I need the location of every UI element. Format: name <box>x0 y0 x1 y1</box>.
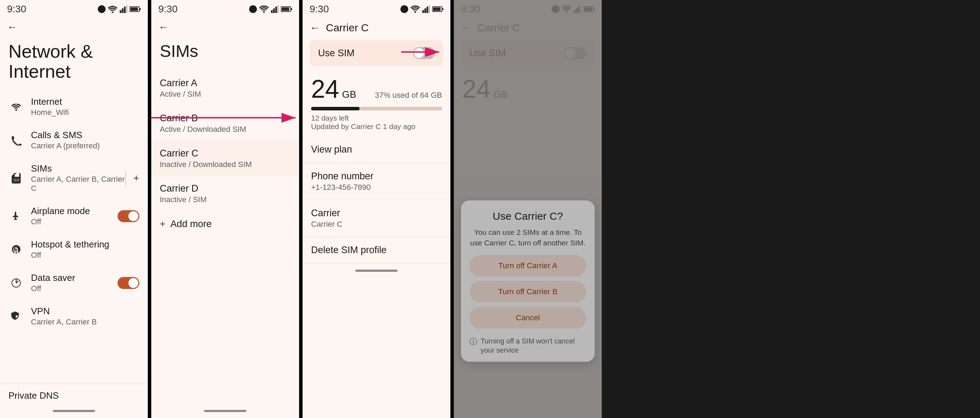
use-sim-toggle-thumb <box>414 48 424 58</box>
use-sim-toggle[interactable] <box>413 47 435 59</box>
signal-icon-2 <box>271 5 279 13</box>
bottom-pill-1 <box>53 410 95 412</box>
settings-list: Internet Home_Wifi Calls & SMS Carrier A… <box>0 90 148 383</box>
view-plan-option[interactable]: View plan <box>302 136 450 163</box>
data-saver-subtitle: Off <box>31 284 118 293</box>
sim-item-carrier-a[interactable]: Carrier A Active / SIM <box>151 71 299 106</box>
svg-point-0 <box>112 12 114 13</box>
view-plan-label: View plan <box>311 144 442 155</box>
carrier-b-name: Carrier B <box>160 113 291 124</box>
private-dns-label: Private DNS <box>8 390 139 401</box>
delete-sim-option[interactable]: Delete SIM profile <box>302 237 450 264</box>
use-sim-label: Use SIM <box>318 48 355 59</box>
back-button-2[interactable]: ← <box>158 21 169 33</box>
bottom-pill-2 <box>204 410 246 412</box>
add-more-row[interactable]: + Add more <box>151 211 299 237</box>
gap-1 <box>148 0 151 418</box>
svg-rect-13 <box>271 10 273 13</box>
phone-number-label: Phone number <box>311 171 442 182</box>
screen-network-internet: 9:30 ← <box>0 0 148 418</box>
back-button-3[interactable]: ← <box>310 22 320 34</box>
svg-rect-27 <box>442 8 443 10</box>
back-button-1[interactable]: ← <box>7 21 18 33</box>
progress-bar-fill <box>311 107 360 110</box>
settings-item-calls-sms[interactable]: Calls & SMS Carrier A (preferred) <box>0 124 148 157</box>
sim-item-carrier-b[interactable]: Carrier B Active / Downloaded SIM <box>151 106 299 141</box>
phone-number-option: Phone number +1-123-456-7890 <box>302 163 450 200</box>
sim-item-carrier-d[interactable]: Carrier D Inactive / SIM <box>151 176 299 211</box>
calls-sms-text: Calls & SMS Carrier A (preferred) <box>31 130 139 150</box>
svg-rect-23 <box>426 7 428 13</box>
battery-icon <box>129 6 141 12</box>
hotspot-icon <box>8 242 24 257</box>
days-left: 12 days left <box>311 114 442 122</box>
sims-page-title: SIMs <box>151 35 299 71</box>
dialog-title: Use Carrier C? <box>469 210 586 222</box>
calls-sms-subtitle: Carrier A (preferred) <box>31 141 139 150</box>
sims-divider <box>125 171 126 186</box>
sim-icon <box>8 171 24 186</box>
settings-item-sims[interactable]: SIMs Carrier A, Carrier B, Carrier C + <box>0 157 148 200</box>
add-more-icon: + <box>160 218 165 230</box>
airplane-text: Airplane mode Off <box>31 206 118 226</box>
status-bar-1: 9:30 <box>0 0 148 18</box>
sim-item-carrier-c[interactable]: Carrier C Inactive / Downloaded SIM <box>151 141 299 176</box>
camera-dot-1 <box>98 5 105 13</box>
turn-off-carrier-b-button[interactable]: Turn off Carrier B <box>469 281 586 303</box>
airplane-toggle[interactable] <box>118 210 139 222</box>
internet-text: Internet Home_Wifi <box>31 96 139 117</box>
gap-3 <box>450 0 453 418</box>
bottom-bar-1 <box>0 404 148 418</box>
carrier-a-status: Active / SIM <box>160 90 291 99</box>
internet-title: Internet <box>31 96 139 107</box>
bottom-pill-3 <box>355 270 398 272</box>
status-icons-3 <box>401 5 443 13</box>
status-time-1: 9:30 <box>7 3 26 15</box>
settings-item-vpn[interactable]: VPN Carrier A, Carrier B <box>0 299 148 333</box>
signal-icon <box>119 5 127 13</box>
turn-off-carrier-a-button[interactable]: Turn off Carrier A <box>469 255 586 277</box>
svg-point-9 <box>16 249 17 250</box>
hotspot-text: Hotspot & tethering Off <box>31 239 139 260</box>
settings-item-internet[interactable]: Internet Home_Wifi <box>0 90 148 124</box>
status-time-3: 9:30 <box>310 3 329 15</box>
data-saver-toggle[interactable] <box>118 277 139 289</box>
carrier-d-status: Inactive / SIM <box>160 195 291 204</box>
use-sim-row[interactable]: Use SIM <box>310 40 443 66</box>
svg-rect-18 <box>282 7 289 11</box>
calls-sms-title: Calls & SMS <box>31 130 139 141</box>
carrier-d-name: Carrier D <box>160 183 291 194</box>
carrier-c-page-title: Carrier C <box>326 22 369 34</box>
carrier-name-option: Carrier Carrier C <box>302 200 450 237</box>
sims-title: SIMs <box>31 163 125 174</box>
svg-rect-1 <box>119 10 121 13</box>
svg-rect-21 <box>422 10 424 13</box>
carrier-c-name: Carrier C <box>160 148 291 159</box>
airplane-icon <box>8 209 24 224</box>
carrier-c-status: Inactive / Downloaded SIM <box>160 160 291 169</box>
data-unit: GB <box>342 89 356 100</box>
data-saver-icon <box>8 275 24 291</box>
delete-sim-label: Delete SIM profile <box>311 245 442 256</box>
status-bar-2: 9:30 <box>151 0 299 18</box>
svg-rect-2 <box>122 8 124 13</box>
cancel-dialog-button[interactable]: Cancel <box>469 307 586 329</box>
signal-icon-3 <box>422 5 430 13</box>
battery-icon-3 <box>432 6 443 12</box>
svg-rect-6 <box>130 7 138 11</box>
private-dns-section[interactable]: Private DNS <box>0 383 148 404</box>
status-bar-3: 9:30 <box>302 0 450 18</box>
settings-item-airplane[interactable]: Airplane mode Off <box>0 200 148 233</box>
svg-rect-24 <box>429 5 430 13</box>
wifi-status-icon-2 <box>259 5 269 13</box>
wifi-status-icon-3 <box>410 5 420 13</box>
sim-list: Carrier A Active / SIM Carrier B Active … <box>151 71 299 404</box>
svg-rect-4 <box>126 5 127 13</box>
settings-item-hotspot[interactable]: Hotspot & tethering Off <box>0 233 148 266</box>
page-title-1: Network & Internet <box>0 35 148 90</box>
vpn-title: VPN <box>31 306 139 317</box>
svg-point-20 <box>415 11 416 13</box>
settings-item-data-saver[interactable]: Data saver Off <box>0 266 148 299</box>
airplane-toggle-thumb <box>129 211 138 221</box>
add-sim-button[interactable]: + <box>133 172 139 184</box>
